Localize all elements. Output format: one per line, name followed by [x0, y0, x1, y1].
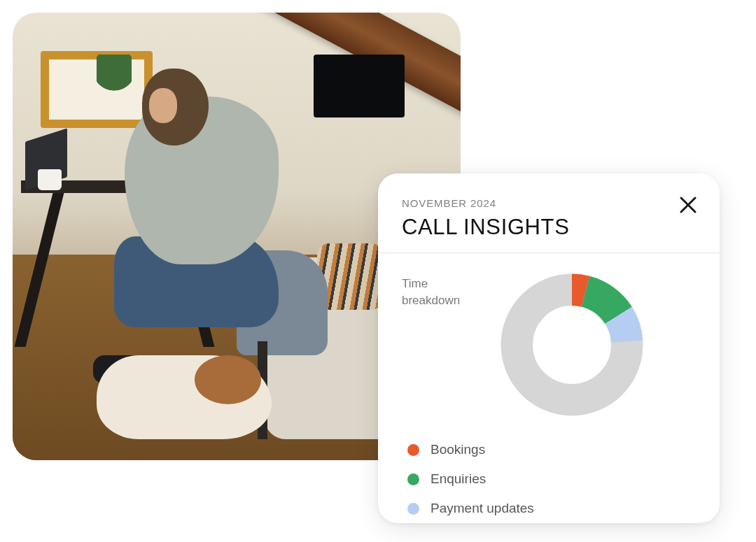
- legend-dot-icon: [407, 473, 419, 485]
- donut-chart: [498, 271, 645, 418]
- chart-subtitle-line1: Time: [402, 277, 428, 290]
- call-insights-card: NOVEMBER 2024 CALL INSIGHTS Time breakdo…: [378, 173, 720, 523]
- chart-legend: BookingsEnquiriesPayment updates: [402, 442, 696, 516]
- chart-subtitle: Time breakdown: [402, 271, 479, 309]
- close-icon: [678, 194, 699, 215]
- legend-label: Enquiries: [430, 471, 486, 487]
- legend-dot-icon: [407, 444, 419, 456]
- legend-label: Payment updates: [430, 501, 534, 516]
- legend-item-enquiries: Enquiries: [407, 471, 696, 487]
- card-date: NOVEMBER 2024: [402, 197, 696, 209]
- divider: [378, 252, 720, 253]
- close-button[interactable]: [678, 194, 699, 215]
- legend-dot-icon: [407, 503, 419, 515]
- legend-item-payment-updates: Payment updates: [407, 501, 696, 516]
- legend-item-bookings: Bookings: [407, 442, 696, 457]
- legend-label: Bookings: [430, 442, 485, 457]
- chart-subtitle-line2: breakdown: [402, 294, 460, 307]
- card-title: CALL INSIGHTS: [402, 215, 696, 240]
